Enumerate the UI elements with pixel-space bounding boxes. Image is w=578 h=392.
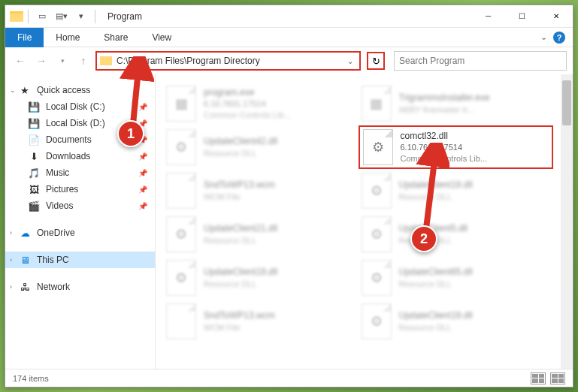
qat-properties-icon[interactable]: ▭ bbox=[33, 8, 51, 26]
file-description: WCM File bbox=[204, 322, 275, 333]
chevron-down-icon[interactable]: ⌄ bbox=[10, 86, 16, 94]
file-icon: ⚙ bbox=[166, 260, 196, 296]
file-description: Resource DLL bbox=[204, 235, 277, 246]
file-name: program.exe bbox=[204, 86, 291, 98]
file-icon: ⚙ bbox=[362, 303, 392, 339]
file-name: UpdateClient65.dll bbox=[399, 266, 473, 278]
address-folder-icon bbox=[100, 56, 112, 65]
chevron-right-icon[interactable]: › bbox=[10, 229, 12, 237]
file-item[interactable]: SndToWP13.wcm WCM File bbox=[163, 300, 359, 343]
home-tab[interactable]: Home bbox=[44, 28, 92, 47]
this-pc-item[interactable]: › 🖥 This PC bbox=[5, 252, 155, 268]
sidebar-item[interactable]: ⬇Downloads📌 bbox=[5, 148, 155, 164]
pin-icon: 📌 bbox=[138, 202, 147, 210]
sidebar-item[interactable]: 🖼Pictures📌 bbox=[5, 181, 155, 198]
file-item[interactable]: SndToWP13.wcm WCM File bbox=[163, 169, 359, 213]
share-tab[interactable]: Share bbox=[92, 28, 140, 47]
folder-icon bbox=[10, 11, 23, 22]
callout-1: 1 bbox=[117, 120, 144, 147]
pin-icon: 📌 bbox=[138, 169, 147, 177]
view-tab[interactable]: View bbox=[140, 28, 183, 47]
sidebar-item-icon: 🎬 bbox=[28, 200, 40, 212]
file-icon: ⚙ bbox=[166, 129, 196, 165]
sidebar-item-label: Local Disk (D:) bbox=[46, 118, 105, 128]
star-icon: ★ bbox=[19, 84, 31, 96]
file-description: ABBY finereader tr... bbox=[399, 104, 490, 116]
window-title: Program bbox=[107, 11, 142, 22]
file-icon: ▦ bbox=[166, 86, 196, 122]
sidebar-item-icon: 🖼 bbox=[28, 183, 40, 195]
cloud-icon: ☁ bbox=[19, 227, 31, 239]
file-tab[interactable]: File bbox=[5, 28, 44, 47]
ribbon-expand-icon[interactable]: ⌄ bbox=[540, 32, 547, 42]
sidebar-item-label: Pictures bbox=[46, 184, 78, 194]
back-button[interactable]: ← bbox=[11, 52, 29, 70]
search-box[interactable] bbox=[394, 51, 567, 71]
help-icon[interactable]: ? bbox=[553, 32, 565, 44]
file-list-area: ▦ program.exe 6.10.7601.17514 Common Con… bbox=[156, 74, 573, 369]
chevron-right-icon[interactable]: › bbox=[10, 283, 12, 291]
file-item[interactable]: ▦ TrigrammsInstaller.exe ABBY finereader… bbox=[359, 82, 554, 125]
navigation-bar: ← → ▾ ↑ C:\Program Files\Program Directo… bbox=[5, 47, 573, 74]
sidebar-item-label: Music bbox=[46, 167, 69, 178]
network-item[interactable]: › 🖧 Network bbox=[5, 279, 155, 295]
file-version: 6.10.7601.17514 bbox=[204, 98, 291, 110]
callout-arrow-2 bbox=[412, 143, 449, 240]
recent-dropdown[interactable]: ▾ bbox=[53, 52, 71, 70]
maximize-button[interactable]: ☐ bbox=[505, 5, 539, 28]
sidebar-item-label: Downloads bbox=[46, 151, 90, 161]
file-item[interactable]: ▦ program.exe 6.10.7601.17514 Common Con… bbox=[163, 82, 359, 125]
file-description: Resource DLL bbox=[399, 322, 473, 333]
network-label: Network bbox=[37, 282, 70, 292]
file-name: UpdateClient19.dll bbox=[204, 266, 277, 278]
file-item[interactable]: ⚙ UpdateClient19.dll Resource DLL bbox=[163, 256, 359, 300]
sidebar-item[interactable]: 🎵Music📌 bbox=[5, 164, 155, 181]
scrollbar-thumb[interactable] bbox=[562, 80, 571, 125]
up-button[interactable]: ↑ bbox=[74, 52, 92, 70]
file-icon: ⚙ bbox=[166, 216, 196, 252]
file-item[interactable]: ⚙ comctl32.dll 6.10.7601.17514 Common Co… bbox=[359, 125, 554, 169]
details-view-button[interactable] bbox=[531, 372, 546, 384]
qat-customize-icon[interactable]: ▾ bbox=[72, 8, 90, 26]
sidebar-item-label: Local Disk (C:) bbox=[46, 101, 105, 112]
file-item[interactable]: ⚙ UpdateClient19.dll Resource DLL bbox=[359, 169, 554, 213]
forward-button[interactable]: → bbox=[32, 52, 50, 70]
file-name: UpdateClient21.dll bbox=[204, 222, 277, 234]
file-icon bbox=[166, 173, 196, 209]
chevron-right-icon[interactable]: › bbox=[10, 256, 12, 264]
close-button[interactable]: ✕ bbox=[539, 5, 573, 28]
address-dropdown-icon[interactable]: ⌄ bbox=[344, 57, 356, 65]
file-icon: ⚙ bbox=[362, 173, 392, 209]
content-area: ⌄ ★ Quick access 💾Local Disk (C:)📌💾Local… bbox=[5, 74, 573, 369]
file-description: WCM File bbox=[204, 191, 275, 203]
refresh-button[interactable]: ↻ bbox=[367, 52, 385, 70]
svg-line-1 bbox=[133, 62, 139, 124]
file-item[interactable]: ⚙ UpdateClient42.dll Resource DLL bbox=[163, 125, 359, 169]
callout-arrow-1 bbox=[117, 56, 154, 131]
onedrive-item[interactable]: › ☁ OneDrive bbox=[5, 225, 155, 241]
file-grid: ▦ program.exe 6.10.7601.17514 Common Con… bbox=[156, 74, 561, 369]
minimize-button[interactable]: ─ bbox=[471, 5, 505, 28]
file-description: Resource DLL bbox=[399, 279, 473, 290]
large-icons-view-button[interactable] bbox=[550, 372, 565, 384]
scrollbar-track[interactable] bbox=[561, 74, 573, 369]
sidebar-item[interactable]: 🎬Videos📌 bbox=[5, 198, 155, 214]
file-item[interactable]: ⚙ UpdateClient5.dll Resource DLL bbox=[359, 213, 554, 256]
file-name: TrigrammsInstaller.exe bbox=[399, 92, 490, 104]
search-input[interactable] bbox=[399, 56, 561, 66]
quick-access-label: Quick access bbox=[37, 85, 90, 95]
file-icon bbox=[166, 303, 196, 339]
file-item[interactable]: ⚙ UpdateClient21.dll Resource DLL bbox=[163, 213, 359, 256]
file-item[interactable]: ⚙ UpdateClient65.dll Resource DLL bbox=[359, 256, 554, 300]
file-item[interactable]: ⚙ UpdateClient19.dll Resource DLL bbox=[359, 300, 554, 343]
svg-line-3 bbox=[425, 149, 436, 234]
file-icon: ▦ bbox=[362, 86, 392, 122]
sidebar-item-icon: 🎵 bbox=[28, 167, 40, 179]
this-pc-label: This PC bbox=[37, 255, 69, 265]
sidebar-item-label: Videos bbox=[46, 201, 73, 211]
monitor-icon: 🖥 bbox=[19, 254, 31, 266]
file-name: SndToWP13.wcm bbox=[204, 309, 275, 321]
titlebar: ▭ ▤▾ ▾ Program ─ ☐ ✕ bbox=[5, 5, 573, 28]
qat-new-folder-icon[interactable]: ▤▾ bbox=[53, 8, 71, 26]
file-description: Resource DLL bbox=[204, 148, 277, 159]
